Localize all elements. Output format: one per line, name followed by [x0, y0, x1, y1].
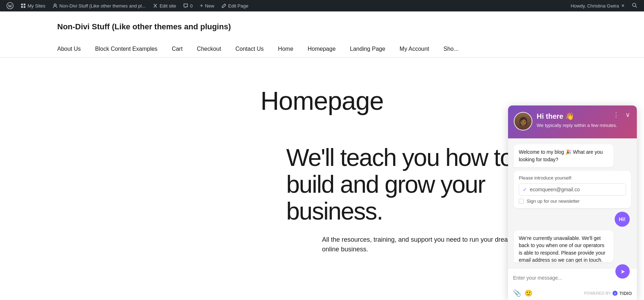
newsletter-checkbox[interactable] [519, 199, 524, 204]
my-sites-label: My Sites [28, 3, 45, 9]
comments-count: 0 [190, 3, 192, 9]
user-avatar-x: ✕ [621, 3, 625, 8]
svg-rect-3 [24, 4, 25, 5]
admin-search-button[interactable] [628, 3, 641, 9]
svg-line-8 [635, 6, 637, 8]
hero-subtitle: All the resources, training, and support… [322, 235, 530, 254]
svg-point-6 [54, 4, 56, 6]
chat-send-button[interactable]: ➤ [615, 264, 630, 279]
chat-bottom-bar: 📎 🙂 POWERED BY T TIDIO [508, 287, 637, 300]
plus-icon: + [200, 3, 203, 9]
nav-checkout[interactable]: Checkout [190, 42, 228, 57]
edit-site-label: Edit site [160, 3, 176, 9]
site-nav: About Us Block Content Examples Cart Che… [57, 42, 587, 57]
divi-icon [153, 3, 158, 8]
check-icon: ✓ [523, 187, 527, 192]
nav-block-content[interactable]: Block Content Examples [88, 42, 165, 57]
edit-icon [221, 3, 226, 8]
chat-message-input[interactable] [513, 272, 632, 284]
tidio-label: TIDIO [619, 291, 632, 296]
my-sites-menu[interactable]: My Sites [17, 0, 49, 11]
newsletter-label: Sign up for our newsletter [527, 198, 580, 204]
chat-form-label: Please introduce yourself: [519, 175, 626, 181]
chat-hi-bubble: Hi! [615, 212, 630, 227]
comment-icon [183, 3, 188, 8]
hero-text: We'll teach you how tobuild and grow you… [286, 144, 530, 224]
howdy-label: Howdy, Christina Gwira [571, 3, 619, 9]
send-icon: ➤ [620, 268, 625, 275]
chat-unavailable-message: We're currently unavailable. We'll get b… [514, 230, 614, 262]
svg-rect-2 [21, 4, 23, 5]
svg-text:T: T [614, 292, 616, 295]
nav-home[interactable]: Home [271, 42, 301, 57]
chat-message-welcome: Welcome to my blog 🎉 What are you lookin… [514, 144, 614, 167]
chat-newsletter-row[interactable]: Sign up for our newsletter [519, 198, 626, 204]
howdy-text[interactable]: Howdy, Christina Gwira ✕ [567, 3, 628, 9]
site-name-link[interactable]: Non-Divi Stuff (Like other themes and pl… [49, 0, 149, 11]
svg-point-7 [633, 3, 636, 6]
nav-my-account[interactable]: My Account [392, 42, 436, 57]
emoji-button[interactable]: 🙂 [525, 289, 532, 297]
attachment-button[interactable]: 📎 [513, 289, 521, 297]
nav-landing-page[interactable]: Landing Page [343, 42, 392, 57]
edit-page-link[interactable]: Edit Page [218, 0, 252, 11]
admin-bar-right: Howdy, Christina Gwira ✕ [567, 3, 641, 9]
page-title: Homepage [57, 86, 587, 115]
site-name: Non-Divi Stuff (Like other themes and pl… [59, 3, 146, 9]
chat-input-row [513, 272, 632, 284]
svg-rect-4 [21, 6, 23, 8]
site-header: Non-Divi Stuff (Like other themes and pl… [0, 11, 644, 58]
site-title[interactable]: Non-Divi Stuff (Like other themes and pl… [57, 22, 587, 31]
wordpress-icon: W [6, 2, 14, 9]
chat-powered-by: POWERED BY T TIDIO [584, 290, 632, 296]
chat-reply-time: We typically reply within a few minutes. [537, 123, 631, 128]
site-icon [53, 3, 58, 8]
comments-link[interactable]: 0 [180, 0, 196, 11]
chat-more-button[interactable]: ⋮ [612, 110, 620, 119]
edit-site-link[interactable]: Edit site [149, 0, 180, 11]
nav-shop[interactable]: Sho... [436, 42, 466, 57]
powered-by-label: POWERED BY [584, 291, 611, 295]
wp-logo[interactable]: W [3, 0, 17, 11]
nav-cart[interactable]: Cart [165, 42, 190, 57]
chat-form-section: Please introduce yourself: ✓ ecomqueen@g… [514, 171, 631, 208]
svg-text:W: W [8, 4, 12, 9]
chat-avatar: 👩🏾 [514, 112, 532, 131]
admin-bar: W My Sites Non-Divi Stuff (Like other th… [0, 0, 644, 11]
chat-email-field[interactable]: ✓ ecomqueen@gmail.co [519, 183, 626, 196]
search-icon [632, 3, 638, 8]
chat-email-value: ecomqueen@gmail.co [530, 187, 580, 192]
nav-about-us[interactable]: About Us [57, 42, 88, 57]
sites-icon [21, 3, 26, 8]
chat-header: 👩🏾 Hi there 👋 We typically reply within … [508, 105, 637, 138]
chat-header-actions: ⋮ ∨ [612, 110, 632, 119]
tidio-icon: T [612, 290, 618, 296]
chat-icons-left: 📎 🙂 [513, 289, 532, 297]
chat-body: Welcome to my blog 🎉 What are you lookin… [508, 138, 637, 268]
new-label: New [205, 3, 214, 9]
avatar-image: 👩🏾 [514, 113, 532, 130]
chat-widget: 👩🏾 Hi there 👋 We typically reply within … [508, 105, 637, 300]
chat-minimize-button[interactable]: ∨ [623, 110, 632, 119]
edit-page-label: Edit Page [228, 3, 248, 9]
nav-contact-us[interactable]: Contact Us [228, 42, 271, 57]
svg-rect-5 [24, 6, 25, 8]
new-content-link[interactable]: + New [196, 0, 218, 11]
nav-homepage[interactable]: Homepage [301, 42, 343, 57]
